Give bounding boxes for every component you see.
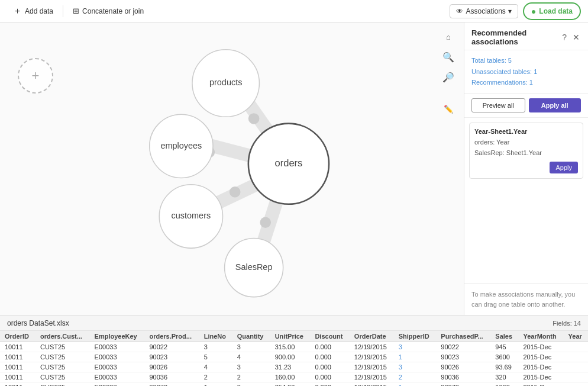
unassociated-label: Unassociated tables: (471, 68, 532, 75)
table-cell: 2015-Dec (518, 372, 563, 382)
canvas-area: + products employees o (0, 22, 464, 315)
table-cell: E00033 (90, 342, 145, 352)
panel-stats: Total tables: 5 Unassociated tables: 1 R… (464, 50, 588, 94)
table-cell: CUST25 (35, 342, 90, 352)
table-cell: 10011 (0, 352, 35, 362)
table-cell: 0.000 (310, 352, 349, 362)
column-header: OrderDate (350, 331, 394, 342)
recommendations-value: 1 (529, 79, 533, 86)
table-cell: 12/19/2015 (350, 362, 394, 372)
zoom-out-icon: 🔎 (442, 72, 454, 83)
table-cell: 90026 (436, 362, 490, 372)
dataset-name: DataSet.xlsx (29, 319, 69, 327)
column-header: UnitPrice (270, 331, 311, 342)
table-cell: 0.000 (310, 362, 349, 372)
column-header: ShipperID (394, 331, 437, 342)
column-header: PurchasedP... (436, 331, 490, 342)
zoom-out-button[interactable]: 🔎 (440, 69, 457, 85)
rec-apply-button[interactable]: Apply (550, 162, 578, 173)
table-cell (564, 362, 588, 372)
column-header: YearMonth (518, 331, 563, 342)
table-cell: 10011 (0, 382, 35, 387)
table-cell: 3600 (490, 352, 518, 362)
table-cell: 945 (490, 342, 518, 352)
table-cell: 4 (199, 362, 232, 372)
add-data-label: Add data (25, 7, 53, 15)
table-cell[interactable]: 3 (394, 342, 437, 352)
apply-all-button[interactable]: Apply all (529, 98, 581, 112)
table-cell: CUST25 (35, 372, 90, 382)
table-cell: 10011 (0, 362, 35, 372)
table-cell: CUST25 (35, 352, 90, 362)
table-cell: 900.00 (270, 352, 311, 362)
zoom-in-icon: 🔍 (442, 52, 454, 63)
table-scroll[interactable]: OrderIDorders.Cust...EmployeeKeyorders.P… (0, 331, 588, 386)
table-cell: 31.23 (270, 362, 311, 372)
load-data-label: Load data (539, 7, 573, 15)
table-cell: 2 (199, 372, 232, 382)
table-cell: CUST25 (35, 362, 90, 372)
table-cell: 3 (199, 342, 232, 352)
canvas-tools: ⌂ 🔍 🔎 ✏️ (440, 28, 457, 117)
add-data-button[interactable]: ＋ Add data (7, 3, 59, 19)
table-cell: 90036 (144, 372, 199, 382)
rec-line1: orders: Year (474, 137, 578, 148)
table-cell[interactable]: 1 (394, 382, 437, 387)
table-cell: 12/19/2015 (350, 342, 394, 352)
table-cell (564, 352, 588, 362)
concat-join-button[interactable]: ⊞ Concatenate or join (67, 4, 150, 18)
recommendations-label: Recommendations: (471, 79, 528, 86)
table-title-group: orders DataSet.xlsx (7, 319, 69, 327)
table-cell: E00033 (90, 372, 145, 382)
column-header: Quantity (232, 331, 270, 342)
table-cell: 12/19/2015 (350, 372, 394, 382)
data-table: OrderIDorders.Cust...EmployeeKeyorders.P… (0, 331, 588, 386)
home-icon: ⌂ (446, 33, 451, 41)
node-salesrep-label: SalesRep (235, 262, 273, 272)
close-panel-button[interactable]: ✕ (571, 33, 581, 42)
right-panel: Recommended associations ? ✕ Total table… (464, 22, 588, 315)
table-cell: 0.000 (310, 342, 349, 352)
associations-label: Associations (466, 7, 505, 15)
table-cell: 1 (199, 382, 232, 387)
table-cell: 2015-Dec (518, 352, 563, 362)
table-cell[interactable]: 2 (394, 372, 437, 382)
table-cell (564, 382, 588, 387)
table-cell: 3 (232, 362, 270, 372)
table-cell: 90072 (144, 382, 199, 387)
table-cell (564, 372, 588, 382)
table-cell: 90022 (436, 342, 490, 352)
table-cell[interactable]: 3 (394, 362, 437, 372)
load-data-button[interactable]: ● Load data (523, 2, 581, 20)
canvas-svg: products employees orders customers Sale… (0, 22, 464, 315)
node-employees-label: employees (160, 141, 202, 150)
unassociated-value: 1 (534, 68, 537, 75)
table-cell: 10011 (0, 342, 35, 352)
table-row: 10011CUST25E000339003622160.000.00012/19… (0, 372, 588, 382)
associations-button[interactable]: 👁 Associations ▾ (450, 4, 518, 18)
table-cell: 160.00 (270, 372, 311, 382)
eye-icon: 👁 (456, 7, 463, 15)
table-cell: 90023 (144, 352, 199, 362)
table-cell: 320 (490, 372, 518, 382)
column-header: Year (564, 331, 588, 342)
preview-all-button[interactable]: Preview all (471, 98, 525, 112)
table-cell: E00033 (90, 362, 145, 372)
pointer-tool-button[interactable]: ✏️ (440, 101, 457, 117)
table-row: 10011CUST25E000339007213354.000.00012/19… (0, 382, 588, 387)
column-header: Sales (490, 331, 518, 342)
help-button[interactable]: ? (561, 33, 568, 42)
home-tool-button[interactable]: ⌂ (440, 28, 457, 45)
table-cell: 315.00 (270, 342, 311, 352)
table-cell: 0.000 (310, 382, 349, 387)
main-area: + products employees o (0, 22, 588, 315)
table-cell: 4 (232, 352, 270, 362)
table-row: 10011CUST25E000339002354900.000.00012/19… (0, 352, 588, 362)
table-header: orders DataSet.xlsx Fields: 14 (0, 316, 588, 331)
toolbar-separator (63, 5, 63, 17)
table-cell[interactable]: 1 (394, 352, 437, 362)
panel-footer: To make associations manually, you can d… (464, 283, 588, 315)
zoom-in-button[interactable]: 🔍 (440, 49, 457, 65)
table-cell: 3 (232, 342, 270, 352)
table-cell: 5 (199, 352, 232, 362)
